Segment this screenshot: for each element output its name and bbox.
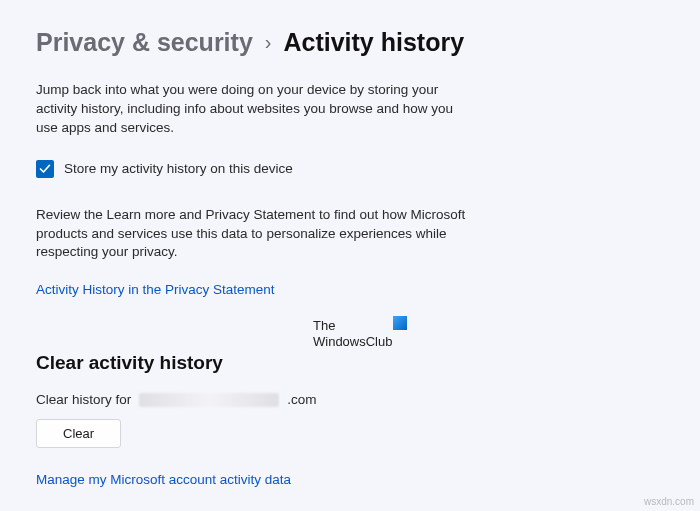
clear-button[interactable]: Clear [36,419,121,448]
store-history-checkbox[interactable] [36,160,54,178]
source-watermark: wsxdn.com [644,496,694,507]
manage-account-activity-link[interactable]: Manage my Microsoft account activity dat… [36,472,291,487]
clear-history-prefix: Clear history for [36,392,131,407]
watermark-square-icon [393,316,407,330]
breadcrumb-parent[interactable]: Privacy & security [36,28,253,57]
breadcrumb: Privacy & security › Activity history [36,28,664,57]
review-text: Review the Learn more and Privacy Statem… [36,206,496,263]
checkmark-icon [39,163,51,175]
intro-text: Jump back into what you were doing on yo… [36,81,466,138]
watermark-line1: The [313,318,392,334]
privacy-statement-link[interactable]: Activity History in the Privacy Statemen… [36,282,275,297]
chevron-right-icon: › [265,31,272,54]
clear-history-suffix: .com [287,392,316,407]
clear-history-heading: Clear activity history [36,352,664,374]
store-history-label: Store my activity history on this device [64,161,293,176]
breadcrumb-current: Activity history [283,28,464,57]
watermark-line2: WindowsClub [313,334,392,350]
watermark: The WindowsClub [313,318,392,351]
store-history-checkbox-row: Store my activity history on this device [36,160,664,178]
account-redacted [139,393,279,407]
clear-history-row: Clear history for .com [36,392,664,407]
